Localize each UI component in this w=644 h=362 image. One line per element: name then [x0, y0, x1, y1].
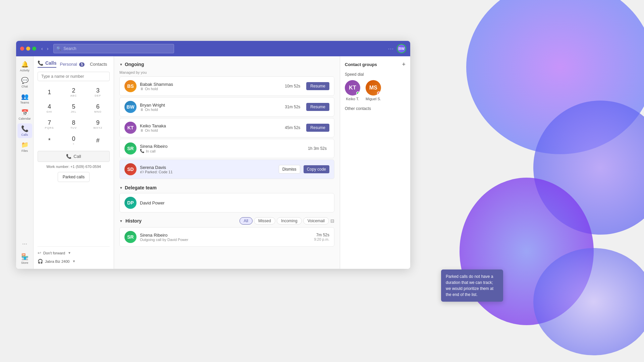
dial-key-6[interactable]: 6MNO	[86, 101, 110, 116]
calendar-icon: 📅	[21, 109, 29, 116]
add-contact-group-button[interactable]: +	[402, 61, 406, 68]
call-status-keiko: ⏸ On hold	[140, 128, 281, 132]
sidebar-item-chat[interactable]: 💬 Chat	[17, 75, 32, 90]
sidebar-more-button[interactable]: ···	[19, 238, 30, 250]
left-panel: 📞 Calls Personal 5 Contacts 1 2ABC 3DEF …	[34, 56, 114, 269]
history-call-info-sirena: Sirena Ribeiro Outgoing call by David Po…	[140, 233, 311, 242]
call-card-bryan: BW Bryan Wright ⏸ On hold 31m 52s Resume	[119, 97, 334, 117]
dial-key-2[interactable]: 2ABC	[62, 84, 85, 100]
traffic-lights	[20, 47, 36, 51]
call-name-sirena: Sirena Ribeiro	[140, 144, 305, 149]
call-time-babak: 10m 52s	[285, 84, 300, 88]
nav-arrows: ‹ ›	[40, 45, 50, 52]
call-button[interactable]: 📞 Call	[38, 151, 110, 162]
history-filters: All Missed Incoming Voicemail ⊟	[239, 217, 334, 225]
device-label: Jabra Biz 2400	[45, 259, 69, 263]
main-content: ▼ Ongoing Managed by you BS Babak Shamma…	[114, 56, 340, 269]
online-status-keiko	[356, 92, 360, 95]
dial-key-3[interactable]: 3DEF	[86, 84, 110, 100]
call-status-sirena: 📞 In call	[140, 149, 305, 153]
forward-setting[interactable]: ↩ Don't forward ▼	[38, 249, 110, 256]
copy-code-button-serena[interactable]: Copy code	[304, 165, 329, 173]
filter-voicemail[interactable]: Voicemail	[303, 217, 329, 225]
call-name-keiko: Keiko Tanaka	[140, 123, 281, 128]
managed-by-label: Managed by you	[119, 70, 334, 74]
tab-personal[interactable]: Personal 5	[58, 61, 87, 67]
resume-button-bryan[interactable]: Resume	[306, 103, 329, 111]
call-card-serena: SD Serena Davis 🏷 Parked: Code 11 Dismis…	[119, 160, 334, 179]
filter-sort-icon[interactable]: ⊟	[330, 218, 334, 224]
call-card-keiko: KT Keiko Tanaka ⏸ On hold 45m 52s Resume	[119, 118, 334, 137]
sd-avatar-keiko: KT	[345, 80, 360, 96]
call-info-serena: Serena Davis 🏷 Parked: Code 11	[140, 165, 275, 174]
delegate-collapse-arrow[interactable]: ▼	[119, 186, 123, 190]
call-card-babak: BS Babak Shammas ⏸ On hold 10m 52s Resum…	[119, 76, 334, 96]
close-button[interactable]	[20, 47, 24, 51]
resume-button-keiko[interactable]: Resume	[306, 124, 329, 132]
dial-key-5[interactable]: 5JKL	[62, 101, 85, 116]
history-section-title: History	[125, 218, 142, 224]
left-panel-settings: ↩ Don't forward ▼ 🎧 Jabra Biz 2400 ▼	[38, 246, 110, 265]
calendar-label: Calendar	[18, 117, 31, 120]
device-setting[interactable]: 🎧 Jabra Biz 2400 ▼	[38, 258, 110, 265]
dial-key-hash[interactable]: #	[86, 133, 110, 148]
name-number-input[interactable]	[38, 72, 110, 81]
history-section-header: ▼ History All Missed Incoming Voicemail …	[119, 217, 334, 225]
filter-missed[interactable]: Missed	[254, 217, 275, 225]
dismiss-button-serena[interactable]: Dismiss	[279, 165, 300, 174]
calls-label: Calls	[21, 133, 28, 136]
filter-incoming[interactable]: Incoming	[277, 217, 302, 225]
sidebar-item-files[interactable]: 📁 Files	[17, 139, 32, 154]
store-icon: 🏪	[21, 253, 29, 260]
filter-all[interactable]: All	[239, 217, 253, 225]
avatar-david: DP	[124, 197, 137, 209]
dial-key-4[interactable]: 4GHI	[38, 101, 61, 116]
user-avatar[interactable]: BW	[397, 44, 406, 53]
sidebar-item-teams[interactable]: 👥 Teams	[17, 91, 32, 106]
call-status-serena: 🏷 Parked: Code 11	[140, 170, 275, 174]
avatar-serena: SD	[124, 163, 137, 175]
maximize-button[interactable]	[32, 47, 36, 51]
more-options-button[interactable]: ···	[388, 46, 394, 51]
device-icon: 🎧	[38, 259, 43, 264]
speed-dial-miguel[interactable]: MS Miguel S.	[366, 80, 381, 101]
hold-icon-keiko: ⏸	[140, 128, 144, 132]
app-window: ‹ › 🔍 Search ··· BW 🔔 Activity 💬 Chat	[16, 41, 410, 269]
call-info-babak: Babak Shammas ⏸ On hold	[140, 82, 281, 91]
activity-label: Activity	[20, 69, 30, 72]
tab-calls[interactable]: 📞 Calls	[38, 60, 56, 68]
dial-key-star[interactable]: *	[38, 133, 61, 148]
hold-icon-babak: ⏸	[140, 87, 144, 91]
contact-groups-title: Contact groups	[345, 62, 377, 67]
sidebar-item-store[interactable]: 🏪 Store	[17, 251, 32, 266]
parked-calls-button[interactable]: Parked calls	[58, 172, 90, 182]
dial-key-7[interactable]: 7PQRS	[38, 117, 61, 132]
speed-dial-grid: KT Keiko T. MS Miguel S.	[345, 80, 406, 101]
resume-button-babak[interactable]: Resume	[306, 82, 329, 90]
call-info-bryan: Bryan Wright ⏸ On hold	[140, 103, 281, 112]
ongoing-collapse-arrow[interactable]: ▼	[119, 63, 123, 66]
dial-key-9[interactable]: 9WXYZ	[86, 117, 110, 132]
calls-icon: 📞	[21, 125, 29, 132]
delegate-section-header: ▼ Delegate team	[119, 185, 334, 190]
dial-key-8[interactable]: 8TUV	[62, 117, 85, 132]
search-bar[interactable]: 🔍 Search	[53, 44, 174, 53]
avatar-sirena: SR	[124, 142, 137, 155]
back-button[interactable]: ‹	[40, 45, 45, 52]
parked-icon-serena: 🏷	[140, 170, 144, 174]
dial-key-1[interactable]: 1	[38, 84, 61, 100]
minimize-button[interactable]	[26, 47, 30, 51]
tab-contacts[interactable]: Contacts	[88, 61, 109, 67]
sidebar-item-calendar[interactable]: 📅 Calendar	[17, 107, 32, 122]
sd-avatar-miguel: MS	[366, 80, 381, 96]
forward-button[interactable]: ›	[45, 45, 50, 52]
speed-dial-keiko[interactable]: KT Keiko T.	[345, 80, 360, 101]
dial-key-0[interactable]: 0+	[62, 133, 85, 148]
chat-label: Chat	[21, 85, 28, 88]
history-collapse-arrow[interactable]: ▼	[119, 219, 123, 223]
right-panel: Contact groups + Speed dial KT Keiko T. …	[340, 56, 410, 269]
tooltip-text: Parked calls do not have a duration that…	[446, 274, 493, 297]
sidebar-item-calls[interactable]: 📞 Calls	[17, 123, 32, 138]
sidebar-item-activity[interactable]: 🔔 Activity	[17, 59, 32, 74]
avatar-babak: BS	[124, 80, 137, 92]
